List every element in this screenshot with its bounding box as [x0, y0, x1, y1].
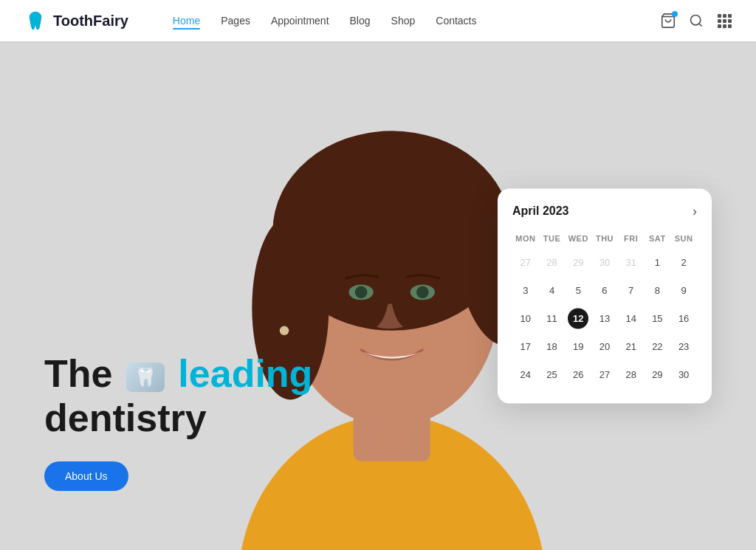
calendar-day[interactable]: 30 [591, 248, 618, 276]
calendar-day[interactable]: 13 [591, 304, 618, 332]
calendar-day[interactable]: 2 [670, 248, 697, 276]
cal-day-mon: MON [512, 230, 539, 248]
calendar-header: April 2023 › [512, 203, 697, 219]
calendar-day[interactable]: 29 [565, 248, 591, 276]
svg-point-13 [280, 326, 289, 335]
cal-day-wed: WED [565, 230, 591, 248]
calendar-day[interactable]: 8 [645, 276, 671, 304]
calendar-widget: April 2023 › MON TUE WED THU FRI SAT SUN… [498, 188, 712, 403]
calendar-day[interactable]: 15 [645, 304, 671, 332]
search-icon[interactable] [688, 13, 704, 29]
calendar-next-button[interactable]: › [693, 203, 697, 219]
calendar-day[interactable]: 25 [539, 360, 566, 388]
nav-blog[interactable]: Blog [350, 15, 371, 27]
hero-title-leading: leading [178, 352, 312, 395]
calendar-day[interactable]: 23 [670, 332, 697, 360]
cal-day-sat: SAT [645, 230, 671, 248]
svg-point-11 [355, 286, 368, 298]
calendar-day[interactable]: 16 [670, 304, 697, 332]
header-actions [660, 13, 732, 29]
nav-shop[interactable]: Shop [391, 15, 416, 27]
calendar-day[interactable]: 3 [512, 276, 539, 304]
hero-title-the: The [44, 352, 112, 395]
calendar-week-row: 17181920212223 [512, 332, 697, 360]
hero-content: The leading dentistry About Us [44, 352, 312, 491]
cal-day-sun: SUN [670, 230, 697, 248]
logo-text: ToothFairy [53, 13, 128, 30]
header: ToothFairy Home Pages Appointment Blog S… [0, 0, 756, 41]
calendar-day[interactable]: 27 [591, 360, 618, 388]
hero-title: The leading dentistry [44, 352, 312, 441]
calendar-day[interactable]: 10 [512, 304, 539, 332]
calendar-day[interactable]: 9 [670, 276, 697, 304]
cart-icon[interactable] [660, 13, 676, 29]
calendar-day[interactable]: 22 [645, 332, 671, 360]
calendar-day[interactable]: 27 [512, 248, 539, 276]
calendar-day[interactable]: 31 [618, 248, 645, 276]
hero-inline-image [126, 362, 165, 392]
calendar-day[interactable]: 5 [565, 276, 591, 304]
calendar-day[interactable]: 14 [618, 304, 645, 332]
svg-point-12 [416, 286, 429, 298]
calendar-day[interactable]: 20 [591, 332, 618, 360]
nav-appointment[interactable]: Appointment [271, 15, 329, 27]
nav-pages[interactable]: Pages [221, 15, 250, 27]
hero-section: The leading dentistry About Us April 202… [0, 41, 756, 550]
calendar-week-row: 272829303112 [512, 248, 697, 276]
calendar-grid: MON TUE WED THU FRI SAT SUN 272829303112… [512, 230, 697, 388]
grid-menu-icon[interactable] [716, 13, 732, 29]
calendar-day[interactable]: 11 [539, 304, 566, 332]
cal-day-tue: TUE [539, 230, 566, 248]
calendar-week-row: 24252627282930 [512, 360, 697, 388]
nav-contacts[interactable]: Contacts [436, 15, 476, 27]
calendar-title: April 2023 [512, 204, 568, 218]
calendar-day[interactable]: 19 [565, 332, 591, 360]
calendar-week-row: 3456789 [512, 276, 697, 304]
calendar-body: 2728293031123456789101112131415161718192… [512, 248, 697, 388]
calendar-day[interactable]: 28 [618, 360, 645, 388]
calendar-day[interactable]: 29 [645, 360, 671, 388]
nav-home[interactable]: Home [173, 15, 200, 27]
svg-point-1 [691, 16, 701, 25]
calendar-weekday-row: MON TUE WED THU FRI SAT SUN [512, 230, 697, 248]
calendar-day[interactable]: 6 [591, 276, 618, 304]
logo-icon [24, 9, 47, 32]
calendar-day[interactable]: 18 [539, 332, 566, 360]
calendar-day[interactable]: 12 [565, 304, 591, 332]
calendar-day[interactable]: 24 [512, 360, 539, 388]
logo[interactable]: ToothFairy [24, 9, 128, 32]
hero-title-dentistry: dentistry [44, 396, 207, 439]
calendar-day[interactable]: 7 [618, 276, 645, 304]
calendar-day[interactable]: 21 [618, 332, 645, 360]
main-nav: Home Pages Appointment Blog Shop Contact… [173, 15, 660, 27]
cal-day-thu: THU [591, 230, 618, 248]
calendar-day[interactable]: 26 [565, 360, 591, 388]
calendar-week-row: 10111213141516 [512, 304, 697, 332]
about-us-button[interactable]: About Us [44, 461, 128, 491]
calendar-day[interactable]: 30 [670, 360, 697, 388]
cal-day-fri: FRI [618, 230, 645, 248]
calendar-day[interactable]: 1 [645, 248, 671, 276]
calendar-day[interactable]: 4 [539, 276, 566, 304]
calendar-day[interactable]: 28 [539, 248, 566, 276]
calendar-day[interactable]: 17 [512, 332, 539, 360]
